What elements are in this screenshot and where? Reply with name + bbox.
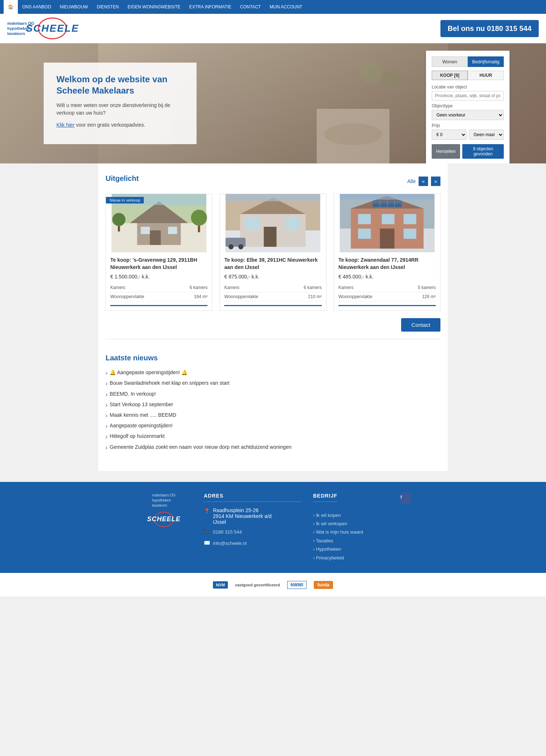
footer-bedrijf-link-2[interactable]: › Wat is mijn huis waard (313, 528, 411, 536)
hero-description: Wilt u meer weten over onze dienstverlen… (56, 102, 184, 117)
nieuws-link-2[interactable]: BEEMD. In verkoop! (110, 391, 156, 397)
footer-bedrijf-link-3[interactable]: › Taxaties (313, 537, 411, 545)
herstellen-button[interactable]: Herstellen (432, 144, 460, 159)
price-to-select[interactable]: Geen maximum (469, 130, 504, 140)
tab-wonen[interactable]: Wonen (432, 56, 468, 67)
alle-link[interactable]: Alle (407, 178, 416, 184)
svg-point-28 (229, 244, 234, 249)
tab-bedrijfsmatig[interactable]: Bedrijfsmatig (468, 56, 504, 67)
nav-nieuwbouw[interactable]: NIEUWBOUW (55, 0, 92, 14)
footer-logo-text: makelaars OG hypotheken taxateurs (152, 493, 175, 508)
home-icon: 🏠 (8, 4, 13, 9)
property-price-1: € 1.500.000,- k.k. (110, 274, 207, 280)
koop-button[interactable]: KOOP [9] (432, 71, 468, 80)
nvm-badge: NVM (213, 581, 228, 589)
footer-bedrijf-link-0[interactable]: › Ik wil kopen (313, 511, 411, 519)
property-card-footer-3 (339, 305, 436, 306)
nieuws-title: Laatste nieuws (106, 354, 440, 362)
list-item[interactable]: Bouw Swanladriehoek met klap en snippers… (106, 378, 440, 389)
nieuws-link-6[interactable]: Hittegolf op huizenmarkt (110, 433, 165, 439)
hero-content: Welkom op de website van Scheele Makelaa… (44, 63, 197, 144)
nav-eigen-woningwebsite[interactable]: EIGEN WONINGWEBSITE (123, 0, 185, 14)
property-card[interactable]: Nieuw in verkoop Te koop: 's-Gravenweg 1… (106, 194, 212, 311)
footer-email-link[interactable]: info@scheele.nl (213, 539, 247, 547)
kamers-value-1: 6 kamers (190, 285, 207, 290)
nieuws-link-7[interactable]: Gemeente Zuidplas zoekt een naam voor ni… (110, 444, 292, 450)
find-button[interactable]: 9 objecten gevonden (462, 144, 504, 159)
objecttype-select[interactable]: Geen voorkeur (432, 110, 504, 120)
nav-ons-aanbod[interactable]: ONS AANBOD (18, 0, 55, 14)
nav-home-link[interactable]: 🏠 (4, 0, 18, 14)
footer: makelaars OG hypotheken taxateurs SCHEEL… (0, 482, 546, 573)
prev-arrow-button[interactable]: « (419, 177, 428, 186)
klik-hier-link[interactable]: Klik hier (56, 122, 75, 128)
svg-rect-15 (118, 226, 120, 231)
bedrijf-arrow-2: › (313, 529, 314, 535)
property-badge-1: Nieuw in verkoop (106, 197, 144, 203)
svg-rect-23 (264, 227, 277, 247)
property-details-1: Kamers 6 kamers Woonoppervlakte 164 m² (110, 283, 207, 301)
property-card-3[interactable]: Te koop: Zwanendaal 77, 2914RR Nieuwerke… (334, 194, 440, 311)
nieuws-link-1[interactable]: Bouw Swanladriehoek met klap en snippers… (110, 380, 229, 386)
nieuws-link-5[interactable]: Aangepaste openingstijden! (110, 423, 173, 428)
footer-phone: 📞 0180 315 544 (204, 528, 302, 536)
huur-button[interactable]: HUUR (468, 71, 504, 80)
nav-mijn-account[interactable]: MIJN ACCOUNT (265, 0, 307, 14)
adres-title: ADRES (204, 493, 302, 502)
detail-row-kamers-3: Kamers 5 kamers (339, 283, 436, 292)
funda-logo: funda (314, 578, 333, 591)
list-item[interactable]: 🔔 Aangepaste openingstijden! 🔔 (106, 368, 440, 378)
list-item[interactable]: Gemeente Zuidplas zoekt een naam voor ni… (106, 442, 440, 453)
main-content: Uitgelicht Alle « » (98, 163, 448, 471)
detail-row-woon-2: Woonoppervlakte 210 m² (224, 292, 321, 301)
property-info-3: Te koop: Zwanendaal 77, 2914RR Nieuwerke… (334, 252, 440, 310)
svg-rect-35 (381, 214, 394, 224)
phone-cta[interactable]: Bel ons nu 0180 315 544 (440, 20, 539, 37)
property-details-2: Kamers 6 kamers Woonoppervlakte 210 m² (224, 283, 321, 301)
nieuws-link-4[interactable]: Maak kennis met ..... BEEMD (110, 412, 176, 418)
contact-button[interactable]: Contact (401, 318, 440, 332)
list-item[interactable]: Hittegolf op huizenmarkt (106, 431, 440, 442)
next-arrow-button[interactable]: » (431, 177, 440, 186)
detail-row-woon-1: Woonoppervlakte 164 m² (110, 292, 207, 301)
kamers-value-3: 5 kamers (418, 285, 436, 290)
featured-navigation: Alle « » (407, 177, 440, 186)
property-price-2: € 875.000,- k.k. (224, 274, 321, 280)
nav-extra-informatie[interactable]: EXTRA INFORMATIE (185, 0, 236, 14)
svg-rect-43 (380, 201, 380, 207)
nav-contact[interactable]: CONTACT (236, 0, 265, 14)
list-item[interactable]: Maak kennis met ..... BEEMD (106, 410, 440, 421)
list-item[interactable]: Aangepaste openingstijden! (106, 421, 440, 431)
nieuws-link-0[interactable]: 🔔 Aangepaste openingstijden! 🔔 (110, 369, 187, 375)
nav-diensten[interactable]: DIENSTEN (92, 0, 123, 14)
footer-bedrijf-link-4[interactable]: › Hypotheken (313, 545, 411, 553)
hero-title: Welkom op de website van Scheele Makelaa… (56, 74, 184, 96)
property-card-2[interactable]: Te koop: Elbe 39, 2911HC Nieuwerkerk aan… (219, 194, 326, 311)
kamers-label-1: Kamers (110, 285, 125, 290)
koop-huur-toggle: KOOP [9] HUUR (432, 71, 504, 80)
price-row: € 0 Geen maximum (432, 130, 504, 140)
price-from-select[interactable]: € 0 (432, 130, 467, 140)
search-panel: Wonen Bedrijfsmatig KOOP [9] HUUR Locati… (426, 51, 510, 163)
svg-rect-11 (150, 230, 161, 245)
facebook-link[interactable]: f (400, 493, 411, 504)
property-details-3: Kamers 5 kamers Woonoppervlakte 126 m² (339, 283, 436, 301)
list-item[interactable]: BEEMD. In verkoop! (106, 389, 440, 400)
footer-bedrijf-link-5[interactable]: › Privacybeleid (313, 554, 411, 562)
footer-phone-link[interactable]: 0180 315 544 (213, 528, 242, 536)
list-item[interactable]: Start Verkoop 13 september (106, 400, 440, 410)
bedrijf-title: BEDRIJF (313, 493, 337, 502)
email-icon: ✉️ (204, 540, 210, 546)
hero-section: Welkom op de website van Scheele Makelaa… (0, 43, 546, 163)
prijs-label: Prijs (432, 123, 504, 128)
nieuws-link-3[interactable]: Start Verkoop 13 september (110, 401, 173, 407)
detail-row-kamers-2: Kamers 6 kamers (224, 283, 321, 292)
woon-value-3: 126 m² (422, 294, 436, 299)
bedrijf-arrow-0: › (313, 512, 314, 518)
location-input[interactable] (432, 91, 504, 100)
woon-value-1: 164 m² (194, 294, 207, 299)
svg-rect-26 (226, 194, 320, 201)
svg-point-3 (324, 123, 382, 145)
location-label: Locatie van object (432, 84, 504, 90)
footer-bedrijf-link-1[interactable]: › Ik wil verkopen (313, 519, 411, 528)
